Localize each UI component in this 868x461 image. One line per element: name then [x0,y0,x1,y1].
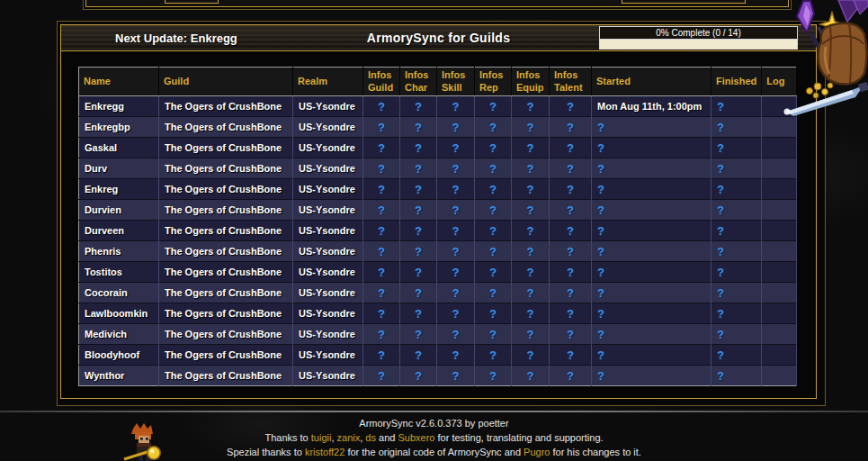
cell-name: Durvien [79,200,159,221]
cell-log [762,158,797,179]
cell-guild: The Ogers of CrushBone [159,158,293,179]
column-header-guild[interactable]: Guild [159,68,293,96]
info-status-infos-talent: ? [550,241,592,262]
info-status-infos-rep: ? [475,158,512,179]
info-status-infos-talent: ? [550,366,592,386]
info-status-infos-char: ? [400,96,437,117]
cell-realm: US-Ysondre [293,179,363,200]
question-mark-icon: ? [378,121,385,134]
cell-guild: The Ogers of CrushBone [159,138,293,158]
column-header-started[interactable]: Started [592,68,711,96]
question-mark-icon: ? [527,100,534,113]
info-status-infos-equip: ? [512,179,550,200]
question-mark-icon: ? [378,266,385,279]
question-mark-icon: ? [597,141,604,155]
progress-widget: 0% Complete (0 / 14) [599,26,798,50]
question-mark-icon: ? [415,224,422,238]
info-status-infos-char: ? [400,138,437,158]
question-mark-icon: ? [415,369,422,383]
info-status-infos-skill: ? [437,241,475,262]
question-mark-icon: ? [415,286,422,300]
cell-finished: ? [711,241,762,262]
cell-name: Durveen [79,221,159,241]
cell-finished: ? [711,158,762,179]
info-status-infos-talent: ? [550,303,592,324]
column-header-infos-talent[interactable]: Infos Talent [550,68,592,96]
roster-row-enkregg[interactable]: EnkreggThe Ogers of CrushBoneUS-Ysondre?… [79,96,797,117]
roster-row-durveen[interactable]: DurveenThe Ogers of CrushBoneUS-Ysondre?… [79,221,797,241]
roster-row-durvien[interactable]: DurvienThe Ogers of CrushBoneUS-Ysondre?… [79,200,797,221]
question-mark-icon: ? [567,183,574,196]
roster-row-cocorain[interactable]: CocorainThe Ogers of CrushBoneUS-Ysondre… [79,283,797,303]
cell-guild: The Ogers of CrushBone [159,200,293,221]
question-mark-icon: ? [452,203,460,217]
window-titlebar: Next Update: Enkregg ArmorySync for Guil… [61,25,816,51]
question-mark-icon: ? [567,203,574,217]
question-mark-icon: ? [489,369,497,383]
cell-name: Medivich [79,324,159,345]
question-mark-icon: ? [717,141,724,155]
roster-row-enkregbp[interactable]: EnkregbpThe Ogers of CrushBoneUS-Ysondre… [79,117,797,138]
cell-realm: US-Ysondre [293,96,363,117]
info-status-infos-rep: ? [475,303,512,324]
question-mark-icon: ? [415,100,422,113]
cell-finished: ? [711,262,762,283]
cell-log [762,200,797,221]
question-mark-icon: ? [452,369,460,383]
roster-row-lawlboomkin[interactable]: LawlboomkinThe Ogers of CrushBoneUS-Yson… [79,303,797,324]
question-mark-icon: ? [527,369,534,383]
question-mark-icon: ? [567,121,574,134]
cell-started: ? [592,158,711,179]
roster-row-enkreg[interactable]: EnkregThe Ogers of CrushBoneUS-Ysondre??… [79,179,797,200]
question-mark-icon: ? [527,328,534,341]
roster-row-phenris[interactable]: PhenrisThe Ogers of CrushBoneUS-Ysondre?… [79,241,797,262]
cell-log [762,138,797,158]
cell-realm: US-Ysondre [293,262,363,283]
roster-row-durv[interactable]: DurvThe Ogers of CrushBoneUS-Ysondre????… [79,158,797,179]
question-mark-icon: ? [452,245,460,258]
credited-person: ds [365,432,376,443]
background-window-notch [622,0,746,4]
info-status-infos-guild: ? [363,345,400,366]
info-status-infos-rep: ? [475,138,512,158]
question-mark-icon: ? [415,183,422,196]
cell-log [762,117,797,138]
info-status-infos-rep: ? [475,96,512,117]
cell-started: ? [592,303,711,324]
question-mark-icon: ? [527,141,534,155]
question-mark-icon: ? [527,121,534,134]
cell-guild: The Ogers of CrushBone [159,324,293,345]
roster-row-medivich[interactable]: MedivichThe Ogers of CrushBoneUS-Ysondre… [79,324,797,345]
credited-person: Pugro [523,447,550,457]
column-header-infos-guild[interactable]: Infos Guild [363,68,400,96]
armorysync-window: Next Update: Enkregg ArmorySync for Guil… [57,21,826,406]
cell-started: Mon Aug 11th, 1:00pm [592,96,711,117]
info-status-infos-talent: ? [550,200,592,221]
question-mark-icon: ? [452,224,460,238]
column-header-finished[interactable]: Finished [711,68,762,96]
question-mark-icon: ? [489,307,497,321]
column-header-infos-rep[interactable]: Infos Rep [475,68,512,96]
info-status-infos-skill: ? [437,221,475,241]
column-header-infos-equip[interactable]: Infos Equip [512,68,550,96]
question-mark-icon: ? [378,224,385,238]
cell-guild: The Ogers of CrushBone [159,96,293,117]
cell-realm: US-Ysondre [293,241,363,262]
roster-row-gaskal[interactable]: GaskalThe Ogers of CrushBoneUS-Ysondre??… [79,138,797,158]
info-status-infos-equip: ? [512,345,550,366]
roster-row-wynthor[interactable]: WynthorThe Ogers of CrushBoneUS-Ysondre?… [79,366,797,386]
column-header-log[interactable]: Log [762,68,797,96]
column-header-realm[interactable]: Realm [293,68,363,96]
column-header-infos-char[interactable]: Infos Char [400,68,437,96]
cell-name: Enkreg [79,179,159,200]
cell-guild: The Ogers of CrushBone [159,283,293,303]
roster-row-bloodyhoof[interactable]: BloodyhoofThe Ogers of CrushBoneUS-Ysond… [79,345,797,366]
cell-finished: ? [711,221,762,241]
question-mark-icon: ? [378,245,385,258]
column-header-name[interactable]: Name [79,68,159,96]
question-mark-icon: ? [567,224,574,238]
cell-guild: The Ogers of CrushBone [159,303,293,324]
roster-row-tostitos[interactable]: TostitosThe Ogers of CrushBoneUS-Ysondre… [79,262,797,283]
column-header-infos-skill[interactable]: Infos Skill [437,68,475,96]
question-mark-icon: ? [415,245,422,258]
